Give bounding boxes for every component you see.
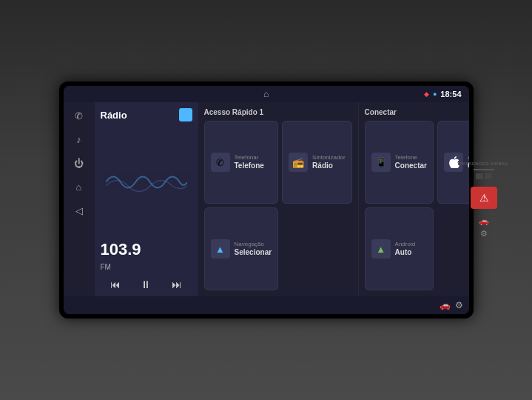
- nav-icon: ▲: [211, 239, 230, 259]
- home-icon: ⌂: [263, 89, 269, 99]
- quick-item-radio[interactable]: 📻 Sintonizador Rádio: [282, 121, 351, 204]
- frequency-unit: FM: [101, 263, 111, 271]
- airbag-label: PASSENGER AIRBAG: [459, 161, 508, 166]
- android-icon: ▲: [371, 239, 391, 259]
- sidebar-music-icon[interactable]: ♪: [68, 130, 90, 148]
- settings-icon[interactable]: ⚙: [455, 300, 463, 310]
- prev-button[interactable]: ⏮: [110, 279, 121, 290]
- signal-icon: ●: [433, 90, 437, 98]
- connect-phone-label: Conectar: [395, 161, 427, 170]
- connect-phone-text: Telefone Conectar: [395, 154, 427, 170]
- phone-text: Telefonar Telefone: [235, 154, 264, 170]
- main-content: ✆ ♪ ⏻ ⌂ ◁ Rádio: [64, 102, 469, 296]
- phone-sub: Telefonar: [235, 154, 264, 161]
- quick-access-grid: ✆ Telefonar Telefone 📻 Sintonizador Rádi…: [204, 121, 352, 290]
- sidebar-home-icon[interactable]: ⌂: [68, 178, 90, 196]
- phone-label: Telefone: [235, 161, 264, 170]
- settings-controls: 🚗 ⚙: [479, 216, 489, 239]
- next-button[interactable]: ⏭: [172, 279, 182, 290]
- nav-text: Navegação Selecionar: [235, 241, 272, 257]
- screen-bezel: ⌂ ◆ ● 18:54 ✆ ♪ ⏻ ⌂ ◁: [59, 81, 474, 319]
- quick-access-title: Acesso Rápido 1: [204, 108, 352, 116]
- android-label: Auto: [395, 248, 416, 257]
- airbag-indicators: [476, 173, 492, 179]
- nav-label: Selecionar: [235, 248, 272, 257]
- hazard-warning-button[interactable]: ⚠: [471, 187, 497, 209]
- carplay-sub: Apple: [468, 154, 469, 161]
- android-sub: Android: [395, 241, 416, 248]
- radio-sub: Sintonizador: [312, 154, 345, 161]
- radio-wave-visual: [101, 127, 192, 237]
- car-bottom-icon[interactable]: 🚗: [440, 300, 451, 310]
- clock: 18:54: [440, 90, 461, 99]
- status-bar: ⌂ ◆ ● 18:54: [64, 86, 469, 102]
- frequency-number: 103.9: [101, 240, 141, 259]
- bottom-bar: 🚗 ⚙: [64, 296, 469, 314]
- infotainment-screen: ⌂ ◆ ● 18:54 ✆ ♪ ⏻ ⌂ ◁: [64, 86, 469, 314]
- sidebar-back-icon[interactable]: ◁: [68, 201, 90, 219]
- divider: [474, 169, 494, 170]
- vehicle-icon: 🚗: [479, 216, 489, 226]
- radio-frequency: 103.9 FM: [101, 240, 192, 273]
- radio-color-button[interactable]: [179, 108, 192, 121]
- connect-item-phone[interactable]: 📱 Telefone Conectar: [365, 121, 434, 204]
- sidebar-power-icon[interactable]: ⏻: [68, 154, 90, 172]
- gear-icon: ⚙: [480, 229, 488, 239]
- connect-title: Conectar: [365, 108, 467, 116]
- left-sidebar: ✆ ♪ ⏻ ⌂ ◁: [64, 102, 95, 296]
- connect-item-android[interactable]: ▲ Android Auto: [365, 207, 434, 290]
- connect-phone-icon: 📱: [371, 153, 391, 172]
- connect-panel: Conectar 📱 Telefone Conectar: [358, 102, 469, 296]
- radio-text: Sintonizador Rádio: [312, 154, 345, 170]
- car-surround: ⌂ ◆ ● 18:54 ✆ ♪ ⏻ ⌂ ◁: [0, 0, 532, 400]
- radio-panel: Rádio 103.9 FM ⏮: [95, 102, 198, 296]
- radio-title: Rádio: [101, 110, 127, 121]
- right-side-panel: PASSENGER AIRBAG ⚠ 🚗 ⚙: [459, 161, 508, 239]
- play-pause-button[interactable]: ⏸: [141, 279, 151, 290]
- radio-header: Rádio: [101, 108, 192, 121]
- connect-phone-sub: Telefone: [395, 154, 427, 161]
- connect-grid: 📱 Telefone Conectar: [365, 121, 467, 290]
- quick-item-phone[interactable]: ✆ Telefonar Telefone: [204, 121, 279, 204]
- nav-sub: Navegação: [235, 241, 272, 248]
- quick-item-nav[interactable]: ▲ Navegação Selecionar: [204, 207, 279, 290]
- wifi-icon: ◆: [424, 90, 429, 98]
- quick-access-panel: Acesso Rápido 1 ✆ Telefonar Telefone 📻: [198, 102, 358, 296]
- status-bar-right: ◆ ● 18:54: [424, 90, 462, 99]
- radio-controls: ⏮ ⏸ ⏭: [101, 279, 192, 290]
- phone-icon: ✆: [211, 153, 230, 172]
- sidebar-phone-icon[interactable]: ✆: [68, 107, 90, 124]
- radio-icon: 📻: [289, 153, 308, 172]
- android-text: Android Auto: [395, 241, 416, 257]
- radio-label: Rádio: [312, 161, 345, 170]
